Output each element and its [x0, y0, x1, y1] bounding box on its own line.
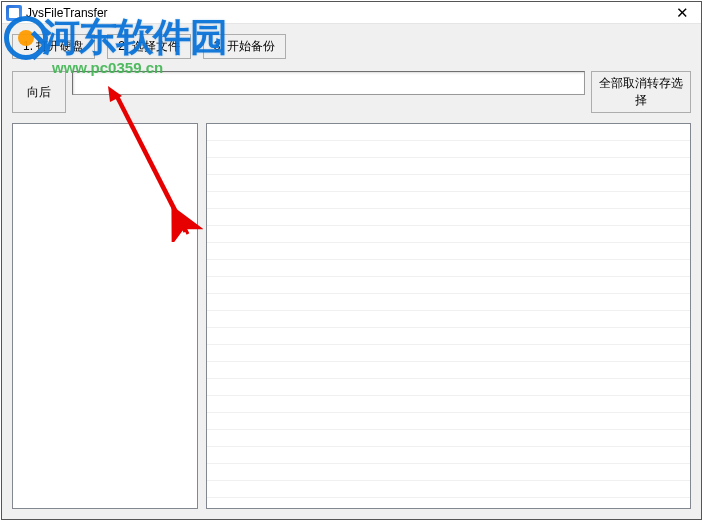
open-disk-button[interactable]: 1. 打开硬盘	[12, 34, 95, 59]
list-item[interactable]	[207, 379, 690, 396]
list-item[interactable]	[207, 243, 690, 260]
app-window: JvsFileTransfer ✕ 1. 打开硬盘 2. 选择文件 3. 开始备…	[1, 1, 702, 520]
list-item[interactable]	[207, 345, 690, 362]
list-item[interactable]	[207, 141, 690, 158]
window-title: JvsFileTransfer	[26, 6, 108, 20]
list-item[interactable]	[207, 464, 690, 481]
app-icon	[6, 5, 22, 21]
file-listview[interactable]	[207, 124, 690, 508]
list-item[interactable]	[207, 277, 690, 294]
list-item[interactable]	[207, 158, 690, 175]
path-row: 向后 全部取消转存选择	[2, 67, 701, 119]
select-file-button[interactable]: 2. 选择文件	[107, 34, 190, 59]
file-list-panel[interactable]	[206, 123, 691, 509]
titlebar: JvsFileTransfer ✕	[2, 2, 701, 24]
start-backup-button[interactable]: 3. 开始备份	[203, 34, 286, 59]
list-item[interactable]	[207, 226, 690, 243]
list-item[interactable]	[207, 447, 690, 464]
list-item[interactable]	[207, 430, 690, 447]
list-item[interactable]	[207, 311, 690, 328]
back-button[interactable]: 向后	[12, 71, 66, 113]
tree-panel[interactable]	[12, 123, 198, 509]
deselect-all-button[interactable]: 全部取消转存选择	[591, 71, 691, 113]
list-item[interactable]	[207, 260, 690, 277]
list-item[interactable]	[207, 396, 690, 413]
list-item[interactable]	[207, 481, 690, 498]
list-item[interactable]	[207, 209, 690, 226]
list-item[interactable]	[207, 413, 690, 430]
list-item[interactable]	[207, 175, 690, 192]
list-item[interactable]	[207, 362, 690, 379]
close-button[interactable]: ✕	[672, 4, 693, 22]
list-item[interactable]	[207, 124, 690, 141]
toolbar: 1. 打开硬盘 2. 选择文件 3. 开始备份	[2, 24, 701, 67]
path-input[interactable]	[72, 71, 585, 95]
list-item[interactable]	[207, 294, 690, 311]
panels	[2, 119, 701, 519]
list-item[interactable]	[207, 328, 690, 345]
list-item[interactable]	[207, 192, 690, 209]
